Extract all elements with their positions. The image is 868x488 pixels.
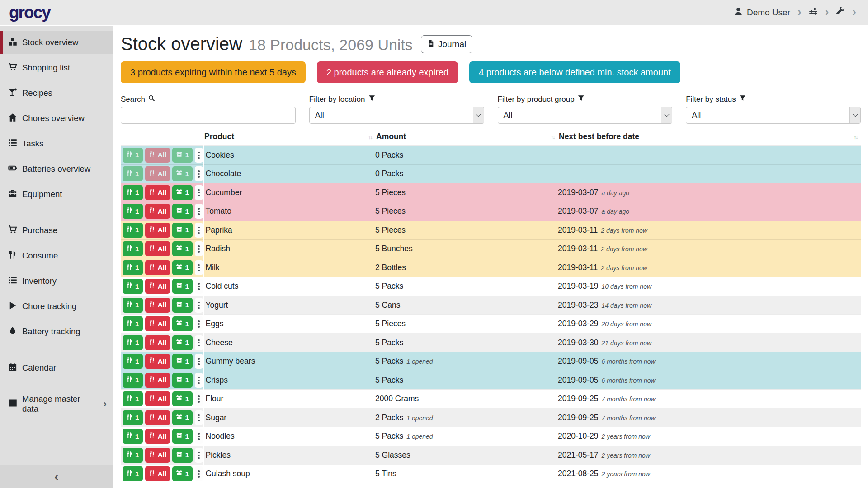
amount-column-header[interactable]: Amount ↑↓ bbox=[375, 130, 558, 146]
sidebar-item-purchase[interactable]: Purchase bbox=[0, 219, 113, 242]
row-menu-button[interactable] bbox=[195, 466, 203, 481]
row-menu-button[interactable] bbox=[195, 223, 203, 238]
consume-all-button[interactable]: All bbox=[145, 316, 170, 331]
open-one-button[interactable]: 1 bbox=[172, 354, 193, 369]
open-one-button[interactable]: 1 bbox=[172, 223, 193, 238]
user-menu[interactable]: Demo User bbox=[734, 7, 790, 18]
consume-one-button[interactable]: 1 bbox=[123, 260, 143, 275]
row-menu-button[interactable] bbox=[195, 279, 203, 294]
consume-one-button[interactable]: 1 bbox=[123, 354, 143, 369]
consume-all-button[interactable]: All bbox=[145, 335, 170, 350]
consume-all-button[interactable]: All bbox=[145, 166, 170, 181]
consume-all-button[interactable]: All bbox=[145, 410, 170, 425]
consume-all-button[interactable]: All bbox=[145, 466, 170, 481]
row-menu-button[interactable] bbox=[195, 260, 203, 275]
row-menu-button[interactable] bbox=[195, 204, 203, 219]
consume-all-button[interactable]: All bbox=[145, 223, 170, 238]
open-one-button[interactable]: 1 bbox=[172, 335, 193, 350]
sidebar-item-calendar[interactable]: Calendar bbox=[0, 357, 113, 379]
consume-all-button[interactable]: All bbox=[145, 354, 170, 369]
open-one-button[interactable]: 1 bbox=[172, 241, 193, 256]
consume-one-button[interactable]: 1 bbox=[123, 241, 143, 256]
consume-one-button[interactable]: 1 bbox=[123, 166, 143, 181]
sidebar-item-stock-overview[interactable]: Stock overview bbox=[0, 31, 113, 54]
next-best-before-date-column-header[interactable]: Next best before date ↑↓ bbox=[558, 130, 861, 146]
consume-one-button[interactable]: 1 bbox=[123, 204, 143, 219]
chevron-right-icon[interactable]: › bbox=[852, 6, 856, 18]
search-input[interactable] bbox=[121, 107, 296, 124]
sidebar-item-batteries-overview[interactable]: Batteries overview bbox=[0, 158, 113, 180]
consume-one-button[interactable]: 1 bbox=[123, 298, 143, 313]
status-select[interactable]: All bbox=[686, 107, 861, 124]
sidebar-item-tasks[interactable]: Tasks bbox=[0, 132, 113, 155]
row-menu-button[interactable] bbox=[195, 373, 203, 388]
open-one-button[interactable]: 1 bbox=[172, 391, 193, 406]
product-column-header[interactable]: Product ↑↓ bbox=[203, 130, 375, 146]
row-menu-button[interactable] bbox=[195, 391, 203, 406]
consume-all-button[interactable]: All bbox=[145, 448, 170, 463]
consume-all-button[interactable]: All bbox=[145, 429, 170, 444]
consume-all-button[interactable]: All bbox=[145, 373, 170, 388]
consume-all-button[interactable]: All bbox=[145, 185, 170, 200]
row-menu-button[interactable] bbox=[195, 185, 203, 200]
consume-one-button[interactable]: 1 bbox=[123, 279, 143, 294]
open-one-button[interactable]: 1 bbox=[172, 298, 193, 313]
open-one-button[interactable]: 1 bbox=[172, 279, 193, 294]
row-menu-button[interactable] bbox=[195, 316, 203, 331]
sidebar-item-battery-tracking[interactable]: Battery tracking bbox=[0, 320, 113, 343]
row-menu-button[interactable] bbox=[195, 410, 203, 425]
consume-all-button[interactable]: All bbox=[145, 148, 170, 163]
row-menu-button[interactable] bbox=[195, 166, 203, 181]
sidebar-item-inventory[interactable]: Inventory bbox=[0, 270, 113, 292]
consume-all-button[interactable]: All bbox=[145, 279, 170, 294]
chevron-right-icon[interactable]: › bbox=[797, 6, 802, 18]
consume-one-button[interactable]: 1 bbox=[123, 185, 143, 200]
product-group-select[interactable]: All bbox=[498, 107, 673, 124]
consume-one-button[interactable]: 1 bbox=[123, 410, 143, 425]
sidebar-item-chore-tracking[interactable]: Chore tracking bbox=[0, 295, 113, 318]
open-one-button[interactable]: 1 bbox=[172, 260, 193, 275]
sidebar-item-consume[interactable]: Consume bbox=[0, 244, 113, 267]
consume-one-button[interactable]: 1 bbox=[123, 373, 143, 388]
row-menu-button[interactable] bbox=[195, 241, 203, 256]
open-one-button[interactable]: 1 bbox=[172, 166, 193, 181]
open-one-button[interactable]: 1 bbox=[172, 204, 193, 219]
consume-one-button[interactable]: 1 bbox=[123, 223, 143, 238]
open-one-button[interactable]: 1 bbox=[172, 185, 193, 200]
row-menu-button[interactable] bbox=[195, 148, 203, 163]
consume-one-button[interactable]: 1 bbox=[123, 391, 143, 406]
consume-one-button[interactable]: 1 bbox=[123, 316, 143, 331]
open-one-button[interactable]: 1 bbox=[172, 373, 193, 388]
open-one-button[interactable]: 1 bbox=[172, 410, 193, 425]
sidebar-collapse-button[interactable]: ‹ bbox=[0, 465, 113, 488]
open-one-button[interactable]: 1 bbox=[172, 429, 193, 444]
consume-all-button[interactable]: All bbox=[145, 298, 170, 313]
admin-menu[interactable] bbox=[836, 7, 845, 18]
sidebar-item-recipes[interactable]: Recipes bbox=[0, 82, 113, 104]
consume-all-button[interactable]: All bbox=[145, 391, 170, 406]
journal-button[interactable]: Journal bbox=[421, 35, 472, 53]
consume-all-button[interactable]: All bbox=[145, 241, 170, 256]
consume-all-button[interactable]: All bbox=[145, 260, 170, 275]
open-one-button[interactable]: 1 bbox=[172, 466, 193, 481]
row-menu-button[interactable] bbox=[195, 335, 203, 350]
sidebar-item-manage-master-data[interactable]: Manage master data › bbox=[0, 393, 113, 415]
sidebar-item-equipment[interactable]: Equipment bbox=[0, 183, 113, 206]
open-one-button[interactable]: 1 bbox=[172, 448, 193, 463]
row-menu-button[interactable] bbox=[195, 448, 203, 463]
open-one-button[interactable]: 1 bbox=[172, 148, 193, 163]
row-menu-button[interactable] bbox=[195, 429, 203, 444]
sidebar-item-shopping-list[interactable]: Shopping list bbox=[0, 56, 113, 79]
consume-one-button[interactable]: 1 bbox=[123, 448, 143, 463]
location-select[interactable]: All bbox=[309, 107, 484, 124]
consume-one-button[interactable]: 1 bbox=[123, 429, 143, 444]
sidebar-item-chores-overview[interactable]: Chores overview bbox=[0, 107, 113, 130]
consume-all-button[interactable]: All bbox=[145, 204, 170, 219]
consume-one-button[interactable]: 1 bbox=[123, 335, 143, 350]
consume-one-button[interactable]: 1 bbox=[123, 148, 143, 163]
chevron-right-icon[interactable]: › bbox=[825, 6, 829, 18]
settings-menu[interactable] bbox=[809, 7, 818, 18]
row-menu-button[interactable] bbox=[195, 298, 203, 313]
consume-one-button[interactable]: 1 bbox=[123, 466, 143, 481]
open-one-button[interactable]: 1 bbox=[172, 316, 193, 331]
